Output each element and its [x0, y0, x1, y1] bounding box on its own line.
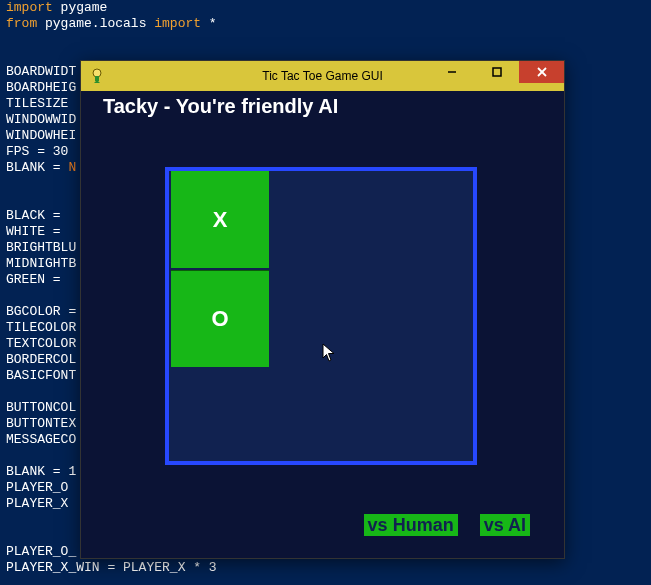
board-tile-0[interactable]: X	[171, 171, 269, 268]
svg-point-0	[93, 69, 101, 77]
vs-human-button[interactable]: vs Human	[364, 514, 458, 536]
game-board[interactable]: X O	[165, 167, 477, 465]
maximize-button[interactable]	[474, 61, 519, 83]
app-icon	[89, 68, 105, 84]
code-line	[6, 32, 645, 48]
mode-button-row: vs Human vs AI	[364, 514, 530, 536]
close-button[interactable]	[519, 61, 564, 83]
titlebar[interactable]: Tic Tac Toe Game GUI	[81, 61, 564, 91]
window-control-buttons	[429, 61, 564, 83]
vs-ai-button[interactable]: vs AI	[480, 514, 530, 536]
board-tile-1[interactable]: O	[171, 270, 269, 367]
minimize-button[interactable]	[429, 61, 474, 83]
svg-rect-3	[493, 68, 501, 76]
code-line: from pygame.locals import *	[6, 16, 645, 32]
game-window: Tic Tac Toe Game GUI Tacky - You're frie…	[80, 60, 565, 559]
tile-mark: X	[213, 207, 228, 233]
tile-mark: O	[211, 306, 228, 332]
code-line: import pygame	[6, 0, 645, 16]
game-area: Tacky - You're friendly AI X O vs Human …	[81, 91, 564, 558]
code-line: PLAYER_X_WIN = PLAYER_X * 3	[6, 560, 645, 576]
game-heading: Tacky - You're friendly AI	[103, 95, 338, 118]
